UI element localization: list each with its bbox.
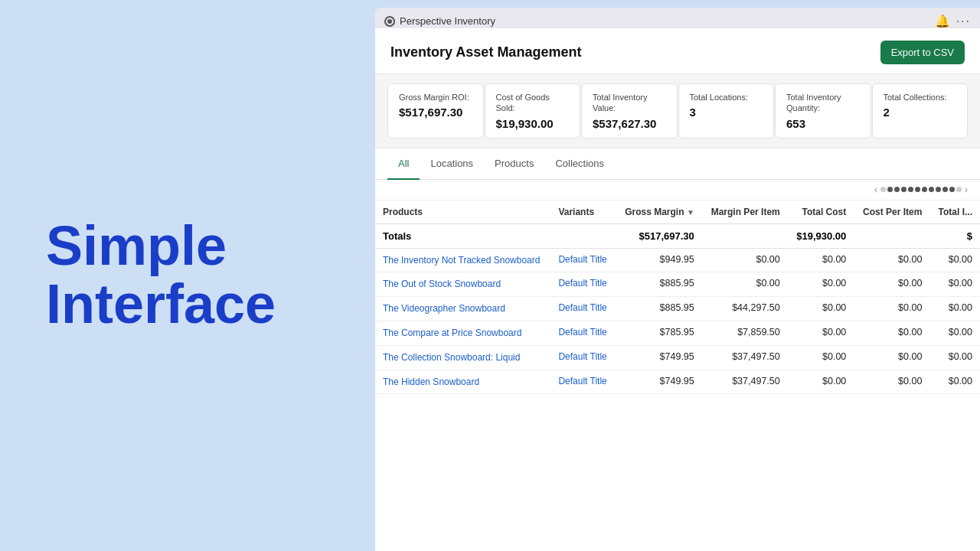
dot-3 — [901, 187, 906, 192]
stat-label-3: Total Locations: — [690, 92, 763, 103]
total-cost-3: $0.00 — [788, 321, 854, 345]
dot-9 — [942, 187, 948, 192]
stat-value-0: $517,697.30 — [399, 106, 472, 119]
nav-tabs: All Locations Products Collections — [375, 148, 980, 180]
variant-link-3[interactable]: Default Title — [558, 327, 606, 337]
stat-label-4: Total Inventory Quantity: — [786, 92, 860, 114]
totals-cost-per-item — [854, 223, 929, 248]
stat-label-5: Total Collections: — [884, 92, 957, 103]
next-column-arrow[interactable]: › — [965, 184, 968, 195]
table-row: The Hidden Snowboard Default Title $749.… — [375, 370, 980, 394]
product-link-2[interactable]: The Videographer Snowboard — [383, 302, 543, 315]
cost-per-item-2: $0.00 — [854, 297, 929, 321]
nav-dots — [880, 187, 962, 192]
total-cost-0: $0.00 — [788, 248, 854, 272]
right-panel: Perspective Inventory 🔔 ··· Inventory As… — [375, 0, 980, 551]
total-i-0: $0.00 — [929, 248, 980, 272]
totals-empty-variants — [550, 223, 616, 248]
stat-value-3: 3 — [690, 106, 763, 119]
sort-icon: ▼ — [687, 208, 694, 217]
app-window: Perspective Inventory 🔔 ··· Inventory As… — [375, 8, 980, 551]
gross-margin-1: $885.95 — [616, 272, 702, 297]
tab-locations[interactable]: Locations — [420, 148, 484, 180]
stat-value-2: $537,627.30 — [593, 117, 666, 130]
total-cost-2: $0.00 — [788, 297, 854, 321]
stat-inventory-value: Total Inventory Value: $537,627.30 — [581, 83, 678, 139]
col-products: Products — [375, 201, 550, 224]
product-link-5[interactable]: The Hidden Snowboard — [383, 376, 543, 389]
total-i-3: $0.00 — [929, 321, 980, 345]
hero-line1: Simple — [46, 215, 227, 276]
tab-bar: Perspective Inventory 🔔 ··· — [375, 8, 980, 28]
stat-collections: Total Collections: 2 — [872, 83, 969, 139]
dot-5 — [915, 187, 920, 192]
col-variants: Variants — [550, 201, 616, 224]
stat-value-1: $19,930.00 — [496, 117, 570, 130]
prev-column-arrow[interactable]: ‹ — [874, 184, 877, 195]
dot-0 — [880, 187, 886, 192]
total-cost-4: $0.00 — [788, 345, 854, 370]
gross-margin-2: $885.95 — [616, 297, 702, 321]
col-margin-per-item: Margin Per Item — [702, 201, 788, 224]
variant-link-1[interactable]: Default Title — [558, 278, 606, 289]
table-row: The Out of Stock Snowboard Default Title… — [375, 272, 980, 297]
bell-icon[interactable]: 🔔 — [935, 14, 950, 28]
hero-text: Simple Interface — [46, 217, 329, 333]
total-i-1: $0.00 — [929, 272, 980, 297]
gross-margin-0: $949.95 — [616, 248, 702, 272]
totals-label: Totals — [375, 223, 550, 248]
margin-per-item-0: $0.00 — [702, 248, 788, 272]
stat-label-1: Cost of Goods Sold: — [496, 92, 570, 114]
tab-title: Perspective Inventory — [400, 15, 495, 27]
table-row: The Collection Snowboard: Liquid Default… — [375, 345, 980, 370]
gross-margin-4: $749.95 — [616, 345, 702, 370]
margin-per-item-2: $44,297.50 — [702, 297, 788, 321]
col-gross-margin[interactable]: Gross Margin ▼ — [616, 201, 702, 224]
stat-label-0: Gross Margin ROI: — [399, 92, 472, 103]
gross-margin-5: $749.95 — [616, 370, 702, 394]
tab-all[interactable]: All — [387, 148, 420, 180]
column-nav: ‹ › — [375, 180, 980, 201]
variant-link-0[interactable]: Default Title — [558, 254, 606, 265]
dot-10 — [949, 187, 955, 192]
total-cost-1: $0.00 — [788, 272, 854, 297]
totals-last: $ — [929, 223, 980, 248]
col-total-i: Total I... — [929, 201, 980, 224]
cost-per-item-4: $0.00 — [854, 345, 929, 370]
tab-products[interactable]: Products — [484, 148, 544, 180]
margin-per-item-4: $37,497.50 — [702, 345, 788, 370]
dot-4 — [908, 187, 913, 192]
cost-per-item-5: $0.00 — [854, 370, 929, 394]
dot-6 — [922, 187, 927, 192]
dot-7 — [929, 187, 934, 192]
inventory-table: Products Variants Gross Margin ▼ Margin … — [375, 201, 980, 395]
stat-locations: Total Locations: 3 — [678, 83, 775, 139]
main-content: Inventory Asset Management Export to CSV… — [375, 28, 980, 551]
col-total-cost: Total Cost — [788, 201, 854, 224]
totals-total-cost: $19,930.00 — [788, 223, 854, 248]
variant-link-2[interactable]: Default Title — [558, 302, 606, 313]
cost-per-item-1: $0.00 — [854, 272, 929, 297]
cost-per-item-0: $0.00 — [854, 248, 929, 272]
page-title: Inventory Asset Management — [390, 44, 581, 60]
product-link-3[interactable]: The Compare at Price Snowboard — [383, 327, 543, 340]
more-icon[interactable]: ··· — [956, 15, 971, 28]
stat-value-5: 2 — [884, 106, 957, 119]
dot-2 — [894, 187, 900, 192]
total-i-2: $0.00 — [929, 297, 980, 321]
variant-link-4[interactable]: Default Title — [558, 351, 606, 362]
total-cost-5: $0.00 — [788, 370, 854, 394]
dot-1 — [887, 187, 893, 192]
table-row: The Compare at Price Snowboard Default T… — [375, 321, 980, 345]
table-container: Products Variants Gross Margin ▼ Margin … — [375, 201, 980, 551]
product-link-0[interactable]: The Inventory Not Tracked Snowboard — [383, 254, 543, 267]
variant-link-5[interactable]: Default Title — [558, 376, 606, 386]
table-row: The Videographer Snowboard Default Title… — [375, 297, 980, 321]
table-row: The Inventory Not Tracked Snowboard Defa… — [375, 248, 980, 272]
product-link-4[interactable]: The Collection Snowboard: Liquid — [383, 351, 543, 364]
export-csv-button[interactable]: Export to CSV — [880, 41, 965, 64]
total-i-4: $0.00 — [929, 345, 980, 370]
product-link-1[interactable]: The Out of Stock Snowboard — [383, 278, 543, 291]
dot-11 — [956, 187, 962, 192]
tab-collections[interactable]: Collections — [544, 148, 615, 180]
